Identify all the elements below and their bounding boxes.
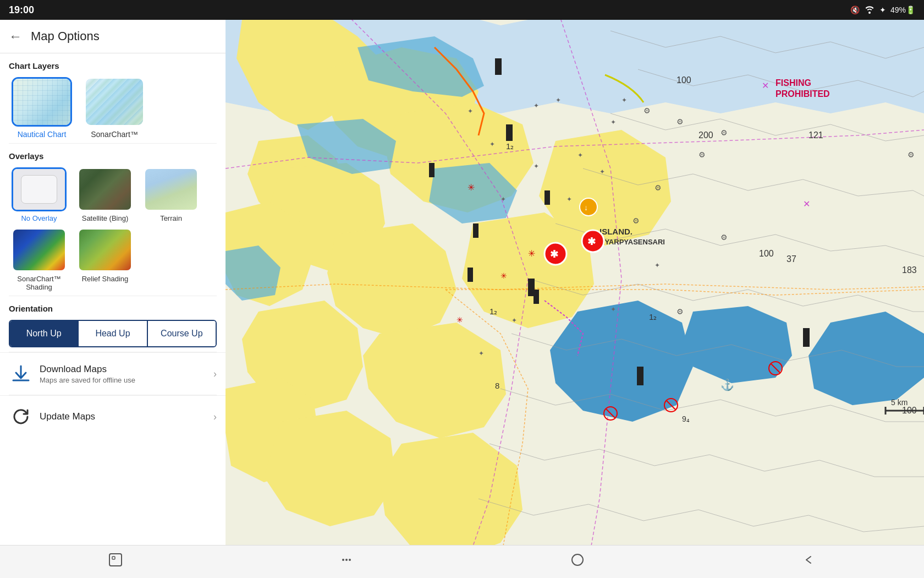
satellite-label: Satellite (Bing) <box>82 214 129 222</box>
svg-text:121: 121 <box>809 130 823 140</box>
svg-text:✦: ✦ <box>578 151 583 159</box>
sonar-chart-thumb <box>84 77 145 127</box>
download-chevron-icon: › <box>213 368 217 380</box>
chart-layer-nautical[interactable]: Nautical Chart <box>9 77 75 139</box>
head-up-button[interactable]: Head Up <box>79 321 147 346</box>
back-button[interactable]: ← <box>9 29 22 44</box>
svg-text:⚙: ⚙ <box>721 128 728 137</box>
update-icon <box>9 405 33 429</box>
update-maps-row[interactable]: Update Maps › <box>0 395 226 438</box>
svg-point-55 <box>580 198 597 216</box>
update-chevron-icon: › <box>213 411 217 423</box>
status-icons-group: 🔇 ✦ 49%🔋 <box>850 5 915 15</box>
svg-rect-18 <box>429 163 435 177</box>
svg-text:⚙: ⚙ <box>632 216 640 225</box>
svg-text:⚙: ⚙ <box>644 106 651 115</box>
nav-back-button[interactable] <box>790 548 827 576</box>
svg-text:1₂: 1₂ <box>649 312 657 321</box>
svg-rect-23 <box>534 290 539 304</box>
terrain-thumb-wrap <box>144 167 199 211</box>
svg-text:⚙: ⚙ <box>908 150 915 159</box>
svg-point-79 <box>342 559 344 561</box>
svg-text:✦: ✦ <box>610 118 616 126</box>
svg-rect-78 <box>112 557 115 559</box>
svg-text:✦: ✦ <box>610 306 616 313</box>
satellite-thumb-wrap <box>78 167 133 211</box>
north-up-button[interactable]: North Up <box>10 321 79 346</box>
overlay-relief[interactable]: Relief Shading <box>75 228 135 291</box>
overlay-sonarchart-shade[interactable]: SonarChart™ Shading <box>9 228 69 291</box>
svg-text:✦: ✦ <box>501 195 506 203</box>
svg-text:✱: ✱ <box>550 249 558 260</box>
svg-text:✦: ✦ <box>600 168 605 176</box>
terrain-label: Terrain <box>160 214 182 222</box>
svg-text:✦: ✦ <box>654 261 660 269</box>
no-overlay-thumb <box>12 167 67 211</box>
svg-text:183: 183 <box>902 265 917 275</box>
svg-text:ISLAND.: ISLAND. <box>600 227 632 236</box>
bottom-nav <box>0 545 924 578</box>
nav-menu-button[interactable] <box>328 548 365 576</box>
svg-text:9₄: 9₄ <box>682 415 690 423</box>
download-maps-subtitle: Maps are saved for offline use <box>40 376 213 384</box>
overlay-terrain[interactable]: Terrain <box>141 167 201 222</box>
svg-text:✦: ✦ <box>534 102 539 110</box>
svg-rect-21 <box>468 268 473 282</box>
chart-layer-sonar[interactable]: SonarChart™ <box>81 77 147 139</box>
left-panel: ← Map Options Chart Layers Nautical Char… <box>0 20 226 545</box>
download-icon <box>9 362 33 386</box>
svg-text:⚙: ⚙ <box>721 233 728 242</box>
download-maps-title: Download Maps <box>40 364 213 375</box>
svg-text:✕: ✕ <box>762 81 769 90</box>
svg-point-82 <box>572 554 583 565</box>
svg-text:100: 100 <box>759 249 774 258</box>
location-icon: ✦ <box>879 6 886 14</box>
svg-text:8: 8 <box>495 381 499 390</box>
svg-text:FISHING: FISHING <box>776 78 811 88</box>
svg-rect-24 <box>637 367 644 385</box>
svg-rect-25 <box>803 328 810 347</box>
svg-text:⚓: ⚓ <box>721 378 734 391</box>
wifi-icon <box>864 5 875 15</box>
battery-icon: 49%🔋 <box>890 6 915 14</box>
svg-text:✦: ✦ <box>490 140 495 148</box>
orientation-title: Orientation <box>9 304 217 313</box>
svg-text:✦: ✦ <box>512 317 517 324</box>
svg-text:✦: ✦ <box>622 96 627 104</box>
svg-text:37: 37 <box>787 254 796 264</box>
course-up-button[interactable]: Course Up <box>148 321 216 346</box>
svg-text:✳: ✳ <box>501 271 507 280</box>
overlays-title: Overlays <box>9 151 217 161</box>
download-maps-row[interactable]: Download Maps Maps are saved for offline… <box>0 352 226 395</box>
sonar-label: SonarChart™ <box>91 130 138 139</box>
overlay-satellite[interactable]: Satellite (Bing) <box>75 167 135 222</box>
chart-layers-section: Chart Layers Nautical Chart SonarChart™ <box>0 53 226 143</box>
overlays-section: Overlays No Overlay Satellite (Bing) Ter… <box>0 144 226 296</box>
svg-text:✳: ✳ <box>468 183 475 192</box>
svg-point-81 <box>349 559 351 561</box>
nav-home-button[interactable] <box>97 548 134 576</box>
sonarchart-shade-label: SonarChart™ Shading <box>9 275 69 291</box>
svg-text:✳: ✳ <box>457 315 463 324</box>
svg-text:100: 100 <box>676 75 691 85</box>
svg-text:✦: ✦ <box>556 96 561 104</box>
sonarchart-shade-thumb-wrap <box>12 228 67 272</box>
svg-text:⚙: ⚙ <box>676 307 684 316</box>
svg-text:↓: ↓ <box>584 203 588 212</box>
status-bar: 19:00 🔇 ✦ 49%🔋 <box>0 0 924 20</box>
svg-text:KYARPYASENSARI: KYARPYASENSARI <box>600 238 665 246</box>
overlay-none[interactable]: No Overlay <box>9 167 69 222</box>
svg-rect-16 <box>495 58 502 75</box>
svg-point-80 <box>345 559 348 561</box>
svg-text:✦: ✦ <box>479 350 484 357</box>
update-maps-title: Update Maps <box>40 411 213 422</box>
update-maps-text: Update Maps <box>40 411 213 422</box>
svg-text:✦: ✦ <box>534 162 539 170</box>
svg-text:✦: ✦ <box>566 195 572 203</box>
map-area[interactable]: 100 200 121 100 37 183 1₂ 1₂ 8 9₄ 100 FI… <box>226 20 924 545</box>
svg-text:✦: ✦ <box>468 107 473 115</box>
download-maps-text: Download Maps Maps are saved for offline… <box>40 364 213 384</box>
nav-circle-button[interactable] <box>559 548 596 576</box>
svg-text:200: 200 <box>698 130 713 140</box>
svg-rect-20 <box>544 190 550 205</box>
